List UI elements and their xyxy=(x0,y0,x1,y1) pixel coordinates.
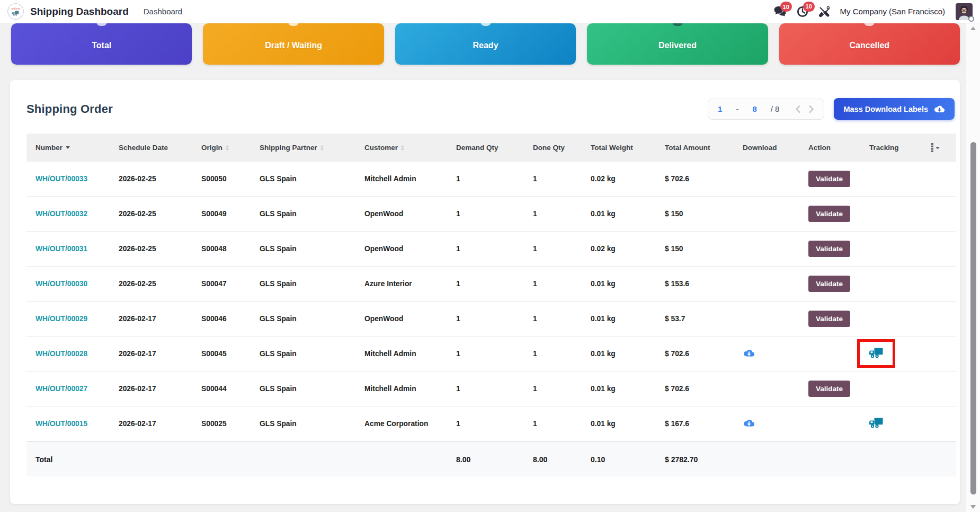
total-demand-qty: 8.00 xyxy=(447,455,524,464)
column-header-shipping-partner[interactable]: Shipping Partner xyxy=(260,144,355,152)
validate-button[interactable]: Validate xyxy=(808,171,850,187)
cell-total-amount: $ 153.6 xyxy=(656,280,734,288)
sort-toggle-icon xyxy=(320,145,324,151)
cell-demand-qty: 1 xyxy=(447,420,524,428)
cell-origin: S00046 xyxy=(192,315,251,323)
order-number-link[interactable]: WH/OUT/00030 xyxy=(35,280,87,288)
cell-schedule-date: 2026-02-17 xyxy=(110,420,192,428)
sort-toggle-icon xyxy=(226,145,229,151)
table-total-row: Total 8.00 8.00 0.10 $ 2782.70 xyxy=(26,442,956,476)
app-brand[interactable]: odoo Shipping Dashboard xyxy=(7,3,129,20)
order-number-link[interactable]: WH/OUT/00028 xyxy=(35,350,87,358)
order-number-link[interactable]: WH/OUT/00027 xyxy=(35,385,87,393)
download-label-icon[interactable] xyxy=(743,349,755,358)
cell-shipping-partner: GLS Spain xyxy=(251,385,355,393)
mass-download-labels-button[interactable]: Mass Download Labels xyxy=(834,98,955,120)
table-row: WH/OUT/00028 2026-02-17 S00045 GLS Spain… xyxy=(26,337,956,372)
messages-icon[interactable]: 10 xyxy=(774,6,786,17)
status-card-total[interactable]: Total xyxy=(11,23,192,65)
validate-button[interactable]: Validate xyxy=(808,241,850,257)
validate-button[interactable]: Validate xyxy=(808,276,850,292)
shipping-order-table: Number Schedule Date Origin Shipping Par… xyxy=(26,134,956,476)
pager-previous-icon[interactable] xyxy=(795,105,801,113)
cell-schedule-date: 2026-02-25 xyxy=(110,210,192,218)
pager-separator: - xyxy=(736,104,738,113)
cell-done-qty: 1 xyxy=(524,315,582,323)
column-header-total-amount[interactable]: Total Amount xyxy=(665,144,734,152)
cell-shipping-partner: GLS Spain xyxy=(251,350,355,358)
cell-customer: Mitchell Admin xyxy=(355,175,447,183)
debug-tools-icon[interactable] xyxy=(819,6,830,17)
sort-toggle-icon xyxy=(401,145,404,151)
tracking-truck-icon[interactable] xyxy=(869,418,883,428)
messages-count-badge: 10 xyxy=(780,2,792,12)
column-header-customer[interactable]: Customer xyxy=(364,144,447,152)
cell-customer: Acme Corporation xyxy=(355,420,447,428)
column-header-total-weight[interactable]: Total Weight xyxy=(591,144,656,152)
card-cropped-icon xyxy=(288,23,299,26)
column-header-origin[interactable]: Origin xyxy=(201,144,251,152)
cell-shipping-partner: GLS Spain xyxy=(251,280,355,288)
validate-button[interactable]: Validate xyxy=(808,206,850,222)
user-avatar[interactable] xyxy=(956,3,973,20)
download-label-icon[interactable] xyxy=(743,419,755,428)
card-cropped-icon xyxy=(96,23,107,26)
status-card-label: Draft / Waiting xyxy=(265,41,322,50)
top-navbar: odoo Shipping Dashboard Dashboard 10 10 xyxy=(0,0,980,23)
menu-dashboard[interactable]: Dashboard xyxy=(144,7,182,16)
column-header-number[interactable]: Number xyxy=(35,144,110,152)
scrollbar-down-arrow-icon[interactable] xyxy=(970,505,976,509)
sort-desc-icon xyxy=(66,146,70,149)
cell-done-qty: 1 xyxy=(524,350,582,358)
optional-columns-toggle-icon[interactable] xyxy=(931,143,956,152)
order-number-link[interactable]: WH/OUT/00031 xyxy=(35,245,87,253)
logo-truck-icon xyxy=(12,11,19,16)
table-header-row: Number Schedule Date Origin Shipping Par… xyxy=(26,134,956,162)
company-switcher[interactable]: My Company (San Francisco) xyxy=(840,7,945,16)
order-number-link[interactable]: WH/OUT/00032 xyxy=(35,210,87,218)
table-row: WH/OUT/00030 2026-02-25 S00047 GLS Spain… xyxy=(26,267,956,302)
total-done-qty: 8.00 xyxy=(524,455,582,464)
tracking-truck-icon[interactable] xyxy=(869,348,883,358)
cell-done-qty: 1 xyxy=(524,210,582,218)
order-number-link[interactable]: WH/OUT/00033 xyxy=(35,175,87,183)
order-number-link[interactable]: WH/OUT/00015 xyxy=(35,420,87,428)
column-header-done-qty[interactable]: Done Qty xyxy=(533,144,582,152)
cell-schedule-date: 2026-02-25 xyxy=(110,245,192,253)
pager-total: / 8 xyxy=(771,104,780,113)
cell-demand-qty: 1 xyxy=(447,175,524,183)
cell-origin: S00047 xyxy=(192,280,251,288)
cell-origin: S00049 xyxy=(192,210,251,218)
cell-customer: Azure Interior xyxy=(355,280,447,288)
status-card-delivered[interactable]: Delivered xyxy=(587,23,768,65)
pager-next-icon[interactable] xyxy=(808,105,814,113)
validate-button[interactable]: Validate xyxy=(808,311,850,327)
cell-demand-qty: 1 xyxy=(447,245,524,253)
cell-demand-qty: 1 xyxy=(447,280,524,288)
cell-total-amount: $ 702.6 xyxy=(656,175,734,183)
odoo-logo-text: odoo xyxy=(11,7,20,10)
order-number-link[interactable]: WH/OUT/00029 xyxy=(35,315,87,323)
scrollbar-up-arrow-icon[interactable] xyxy=(970,27,976,30)
column-header-schedule-date[interactable]: Schedule Date xyxy=(119,144,192,152)
status-card-label: Cancelled xyxy=(850,41,890,50)
cell-total-weight: 0.01 kg xyxy=(582,385,656,393)
vertical-scrollbar[interactable] xyxy=(966,0,980,512)
card-cropped-icon xyxy=(864,23,875,26)
cell-origin: S00025 xyxy=(192,420,251,428)
status-card-ready[interactable]: Ready xyxy=(395,23,576,65)
status-card-cancelled[interactable]: Cancelled xyxy=(779,23,960,65)
cloud-download-icon xyxy=(933,105,945,113)
scrollbar-thumb[interactable] xyxy=(970,142,976,495)
column-header-action[interactable]: Action xyxy=(808,144,860,152)
cell-origin: S00048 xyxy=(192,245,251,253)
status-card-draft-waiting[interactable]: Draft / Waiting xyxy=(203,23,384,65)
column-header-download[interactable]: Download xyxy=(743,144,799,152)
validate-button[interactable]: Validate xyxy=(808,381,850,397)
pager-end[interactable]: 8 xyxy=(752,104,756,113)
column-header-tracking[interactable]: Tracking xyxy=(869,144,922,152)
pager-start[interactable]: 1 xyxy=(718,104,722,113)
activities-icon[interactable]: 10 xyxy=(797,6,808,17)
cell-demand-qty: 1 xyxy=(447,350,524,358)
column-header-demand-qty[interactable]: Demand Qty xyxy=(456,144,524,152)
